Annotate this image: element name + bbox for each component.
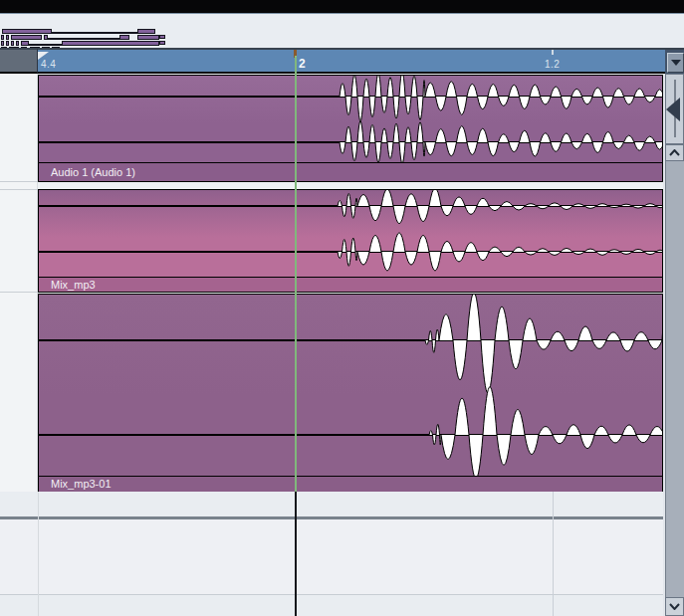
overview-event-bar xyxy=(159,35,165,39)
overview-event-bar xyxy=(137,35,159,40)
waveform-svg xyxy=(39,295,662,476)
overview-event-bar xyxy=(16,41,19,46)
clip-waveform-area xyxy=(39,190,662,277)
clip-name-label: Mix_mp3-01 xyxy=(39,476,662,492)
playhead-cursor-lower xyxy=(295,492,297,616)
waveform-path xyxy=(441,387,662,476)
clip-name-label: Audio 1 (Audio 1) xyxy=(39,162,662,181)
clip-waveform-area xyxy=(39,295,662,476)
grid-line-vertical xyxy=(553,492,554,616)
waveform-path xyxy=(425,126,662,156)
overview-event-bar xyxy=(137,29,155,34)
overview-event-bar xyxy=(6,41,9,46)
audio-clip-1[interactable]: Audio 1 (Audio 1) xyxy=(38,75,663,182)
waveform-path xyxy=(425,82,662,114)
playhead-cursor[interactable] xyxy=(295,56,297,492)
left-pointing-marker-icon xyxy=(666,98,680,121)
arrange-window: 4.421.2 Audio 1 (Audio 1)Mix_mp3Mix_mp3-… xyxy=(0,0,684,616)
track-divider-line xyxy=(0,292,38,293)
timeline-ruler[interactable]: 4.421.2 xyxy=(38,48,665,74)
ruler-corner-block xyxy=(0,48,38,74)
waveform-path xyxy=(340,76,425,121)
waveform-svg xyxy=(39,76,662,162)
ruler-bar-number: 2 xyxy=(299,57,306,71)
overview-event-bar xyxy=(11,41,14,46)
clip-waveform-area xyxy=(39,76,662,162)
ruler-row: 4.421.2 xyxy=(0,48,684,74)
overview-event-bar xyxy=(159,41,165,45)
overview-panel xyxy=(0,13,684,50)
overview-event-bar xyxy=(29,44,62,46)
overview-event-bar xyxy=(21,41,29,46)
clip-name-label: Mix_mp3 xyxy=(39,277,662,292)
overview-event-bar xyxy=(6,35,9,40)
chevron-up-icon xyxy=(669,149,680,156)
chevron-down-icon xyxy=(669,603,680,610)
overview-event-bar xyxy=(1,35,4,40)
waveform-path xyxy=(439,295,662,393)
overview-event-bar xyxy=(119,35,129,40)
audio-clip-2[interactable]: Mix_mp3 xyxy=(38,189,663,293)
overview-event-bar xyxy=(62,41,159,46)
ruler-bar-number: 4.4 xyxy=(41,59,56,70)
overview-event-bar xyxy=(11,35,42,40)
track-divider-line xyxy=(0,181,38,182)
scroll-up-button[interactable] xyxy=(665,144,684,161)
ruler-options-button[interactable] xyxy=(665,48,684,74)
left-column-border xyxy=(38,492,39,616)
waveform-svg xyxy=(39,190,662,277)
ruler-tick xyxy=(552,50,554,55)
scrollbar-track[interactable] xyxy=(665,161,684,597)
left-margin-column xyxy=(0,74,38,492)
audio-clip-3[interactable]: Mix_mp3-01 xyxy=(38,294,663,493)
track-divider-line xyxy=(0,189,38,190)
overview-event-bar xyxy=(1,41,4,46)
dropdown-down-arrow-icon xyxy=(667,53,684,73)
track-separator-thin xyxy=(0,594,665,595)
overview-event-bar xyxy=(2,29,52,34)
top-black-bar xyxy=(0,0,684,13)
empty-track-lane xyxy=(0,519,665,594)
ruler-bar-number: 1.2 xyxy=(545,59,560,70)
overview-event-bar xyxy=(48,38,119,40)
empty-track-area xyxy=(0,492,665,616)
scroll-down-button[interactable] xyxy=(665,597,684,616)
